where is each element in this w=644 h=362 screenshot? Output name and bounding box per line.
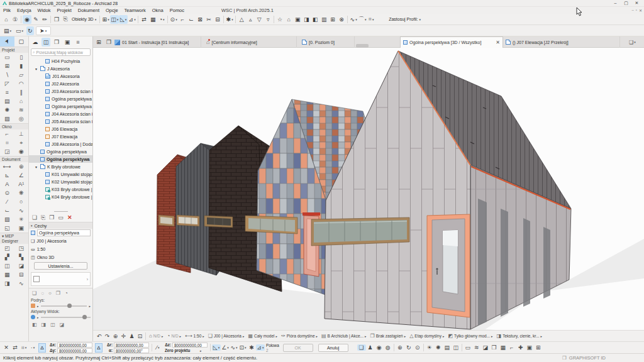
tree-item[interactable]: J02 Akcesoria <box>29 80 92 87</box>
tab-1[interactable]: 01 Start - Instrukcja [01 Instrukcja] <box>112 36 201 48</box>
minimize-button[interactable]: – <box>611 1 620 6</box>
close-button[interactable]: ✕ <box>632 1 641 6</box>
open-panel-button[interactable]: ▭ <box>58 214 64 221</box>
slider-knob[interactable] <box>67 304 72 308</box>
document-tool-icon[interactable]: ▥ <box>319 15 328 24</box>
corner-icon[interactable]: ⌐ <box>178 15 187 24</box>
coord-z-input[interactable]: 8000000000,00 <box>172 343 208 348</box>
ucs-icon[interactable]: ⌐ <box>508 344 516 351</box>
duct-grid-tool[interactable]: ▞ <box>0 253 14 261</box>
tree-item[interactable]: J04 Akcesoria ścian i d <box>29 110 92 118</box>
dimension-tool[interactable]: ⟷ <box>0 162 14 171</box>
coord-ra-x-input[interactable]: 8000000000,00 <box>114 343 149 348</box>
tree-item[interactable]: J03 Akcesoria ścian i d <box>29 87 92 95</box>
sw2-icon[interactable]: ◨ <box>42 322 47 327</box>
close2-icon[interactable]: ✕ <box>2 344 11 351</box>
ref-icon[interactable]: ❏ <box>32 290 36 296</box>
coord-ra-y-input[interactable]: 800000000,00° <box>114 348 149 353</box>
dot-snap-icon[interactable]: ·▾ <box>28 344 37 351</box>
mark-icon[interactable]: ▭ <box>464 344 472 351</box>
interior-elevation-tool[interactable]: ⌗ <box>0 138 14 147</box>
stairs-tool[interactable]: ≡ <box>0 88 14 97</box>
cloud-icon[interactable]: ☁ <box>31 38 40 47</box>
marquee-box-icon[interactable]: ⊠ <box>196 15 204 24</box>
add-clone-button[interactable]: ⎘ <box>41 214 45 221</box>
tree-item[interactable]: J07 Elewacja <box>29 133 92 140</box>
pipe-bend-tool[interactable]: ◫ <box>0 261 14 270</box>
clock2-icon[interactable]: ◔ <box>65 290 68 296</box>
polyline2-tool[interactable]: ⌙ <box>0 206 14 215</box>
object-3d-icon[interactable]: ⎘ <box>61 15 70 24</box>
section-dokument[interactable]: Dokument <box>0 156 28 162</box>
surface-dropdown[interactable]: ▤B Archiclub | Akce...▸ <box>319 333 368 339</box>
zoom-icon[interactable]: ⊙▾ <box>169 15 178 24</box>
maximize-button[interactable]: ▢ <box>621 1 631 6</box>
doc-close[interactable]: ✕ <box>639 8 642 13</box>
mesh-tool[interactable]: ≋ <box>14 106 29 114</box>
snap-grid-icon[interactable]: ◫▾ <box>110 15 119 24</box>
3d-document-tool[interactable]: ◲ <box>0 147 14 156</box>
turn-icon[interactable]: ↻ <box>404 344 413 351</box>
layers-ve-icon[interactable]: ▤ <box>443 344 452 351</box>
sun-tool[interactable]: ✳ <box>14 215 29 224</box>
active-view-slider[interactable]: ▸ <box>31 315 91 319</box>
settings-list-icon[interactable]: ▤▾ <box>3 26 13 35</box>
doc-restore[interactable]: ▫ <box>636 8 637 13</box>
image-tool[interactable]: ◱ <box>0 224 14 233</box>
tree-item[interactable]: K01 Umywalki stojące <box>29 170 92 178</box>
orbit-icon[interactable]: ⊕ <box>396 344 404 351</box>
tree-item[interactable]: K02 Umywalki stojące <box>29 178 92 185</box>
3d-viewport[interactable] <box>93 48 644 330</box>
wave-icon[interactable]: ≋ <box>472 344 481 351</box>
polyline-icon[interactable]: ⌙ <box>187 15 196 24</box>
split-view-icon[interactable]: ◫ <box>452 344 460 351</box>
pipe-tool[interactable]: ▚ <box>14 253 29 261</box>
reno-filter-dropdown[interactable]: ◔N/D▸ <box>165 333 184 339</box>
walk-icon[interactable]: ♟ <box>128 333 136 339</box>
transform-icon[interactable]: ⇄ <box>140 15 148 24</box>
sw3-icon[interactable]: ◫ <box>50 322 55 327</box>
window-tool[interactable]: ⊞ <box>0 62 14 70</box>
wall-tool[interactable]: ▭ <box>0 53 14 62</box>
render-settings-icon[interactable]: ◧ <box>311 15 319 24</box>
elevation-tool[interactable]: ⊥ <box>14 129 29 138</box>
guide-lines-icon[interactable]: ◺▾ <box>119 15 128 24</box>
stamp-tool[interactable]: ❋ <box>14 189 29 197</box>
marker-tool[interactable]: ⊙ <box>0 189 14 197</box>
lamp-tool[interactable]: ✺ <box>0 106 14 114</box>
cancel-button[interactable]: Anuluj <box>318 344 348 352</box>
style-3d-dropdown[interactable]: ◨Tekstury, cienie, kr...▸ <box>495 333 544 339</box>
doc-minimize[interactable]: – <box>631 8 633 13</box>
tree-item[interactable]: Ogólna perspektywa <box>29 102 92 110</box>
cable-tool[interactable]: ▦ <box>0 270 14 279</box>
tree-item[interactable]: J06 Elewacja <box>29 125 92 133</box>
door-tool[interactable]: ▯ <box>14 53 29 62</box>
drawing-tool[interactable]: ▣ <box>14 224 29 233</box>
section-mep-designer[interactable]: ▾ MEP Designer <box>0 233 28 244</box>
preview-box[interactable]: › <box>31 272 91 286</box>
rotate-icon[interactable]: ↻ <box>26 26 34 35</box>
grid-icon[interactable]: ⊞▾ <box>101 15 110 24</box>
zoom2-icon[interactable]: ⊙ <box>413 344 422 351</box>
toolbar-label[interactable]: Obiekty 3D▾ <box>70 17 98 21</box>
opening-tool[interactable]: ◎ <box>14 114 29 123</box>
layouts-icon[interactable]: ❐ <box>52 38 61 47</box>
menu-widok[interactable]: Widok <box>35 8 54 13</box>
tbl-icon[interactable]: ⊞ <box>534 344 543 351</box>
plus2-icon[interactable]: ✚ <box>516 344 525 351</box>
magic-wand-icon[interactable]: ✱▾ <box>225 15 234 24</box>
circle-tool[interactable]: ○ <box>14 197 29 206</box>
hotlink-icon[interactable]: ⊗ <box>337 15 346 24</box>
tree-item[interactable]: H04 Pochylnia <box>29 57 92 65</box>
label-tool[interactable]: A¹ <box>14 180 29 189</box>
coord-xy-y-input[interactable]: 8000000000,00 <box>57 348 92 353</box>
view-name-field[interactable]: Ogólna perspektywa <box>37 229 91 236</box>
structure-dropdown[interactable]: ▦Cały model▸ <box>246 333 279 339</box>
tree-item[interactable]: ▾K Bryły obrotowe <box>29 163 92 170</box>
pick-icon[interactable]: ◌ <box>41 290 44 296</box>
scale-ruler-dropdown[interactable]: ⟷1:50▸ <box>183 333 206 339</box>
tab-3[interactable]: [0. Poziom 0] <box>299 36 355 48</box>
menu-plik[interactable]: Plik <box>0 8 14 13</box>
angle2-icon[interactable]: ∠▾ <box>221 344 230 351</box>
pen-set-dropdown[interactable]: ✑Pióra domyślne▸ <box>279 333 319 339</box>
